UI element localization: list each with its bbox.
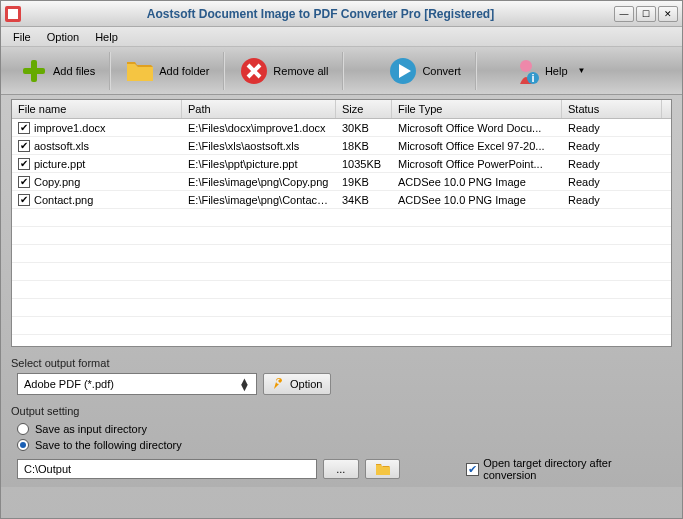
table-row-empty	[12, 263, 671, 281]
row-checkbox[interactable]: ✔	[18, 140, 30, 152]
table-row[interactable]: ✔Contact.pngE:\Files\image\png\Contact..…	[12, 191, 671, 209]
folder-icon	[125, 56, 155, 86]
file-grid: File name Path Size File Type Status ✔im…	[11, 99, 672, 347]
menu-file[interactable]: File	[5, 29, 39, 45]
row-checkbox[interactable]: ✔	[18, 158, 30, 170]
cell-filename: picture.ppt	[34, 158, 85, 170]
row-checkbox[interactable]: ✔	[18, 122, 30, 134]
close-button[interactable]: ✕	[658, 6, 678, 22]
table-row-empty	[12, 209, 671, 227]
plus-icon	[19, 56, 49, 86]
cell-filename: Copy.png	[34, 176, 80, 188]
grid-header: File name Path Size File Type Status	[12, 100, 671, 119]
titlebar: Aostsoft Document Image to PDF Converter…	[1, 1, 682, 27]
table-row-empty	[12, 299, 671, 317]
cell-filename: aostsoft.xls	[34, 140, 89, 152]
add-folder-button[interactable]: Add folder	[115, 52, 219, 90]
col-size[interactable]: Size	[336, 100, 392, 118]
help-label: Help	[545, 65, 568, 77]
grid-body: ✔improve1.docxE:\Files\docx\improve1.doc…	[12, 119, 671, 347]
folder-open-icon	[375, 462, 391, 476]
help-icon: i	[511, 56, 541, 86]
col-status[interactable]: Status	[562, 100, 662, 118]
radio-save-following[interactable]: Save to the following directory	[17, 439, 666, 451]
col-path[interactable]: Path	[182, 100, 336, 118]
cell-status: Ready	[562, 157, 662, 171]
toolbar: Add files Add folder Remove all Convert …	[1, 47, 682, 95]
window-controls: — ☐ ✕	[614, 6, 678, 22]
separator	[223, 52, 225, 90]
browse-button[interactable]: ...	[323, 459, 359, 479]
radio-icon	[17, 423, 29, 435]
table-row-empty	[12, 317, 671, 335]
radio-save-input[interactable]: Save as input directory	[17, 423, 666, 435]
app-window: Aostsoft Document Image to PDF Converter…	[0, 0, 683, 519]
play-icon	[388, 56, 418, 86]
svg-text:i: i	[531, 72, 534, 84]
table-row[interactable]: ✔Copy.pngE:\Files\image\png\Copy.png19KB…	[12, 173, 671, 191]
table-row[interactable]: ✔picture.pptE:\Files\ppt\picture.ppt1035…	[12, 155, 671, 173]
help-button[interactable]: i Help ▼	[501, 52, 596, 90]
open-target-label: Open target directory after conversion	[483, 457, 666, 481]
cell-status: Ready	[562, 139, 662, 153]
cell-size: 34KB	[336, 193, 392, 207]
format-select[interactable]: Adobe PDF (*.pdf) ▲▼	[17, 373, 257, 395]
menubar: File Option Help	[1, 27, 682, 47]
separator	[109, 52, 111, 90]
menu-help[interactable]: Help	[87, 29, 126, 45]
cell-filetype: ACDSee 10.0 PNG Image	[392, 193, 562, 207]
output-path-input[interactable]: C:\Output	[17, 459, 317, 479]
format-section: Select output format Adobe PDF (*.pdf) ▲…	[11, 357, 672, 395]
open-folder-button[interactable]	[365, 459, 401, 479]
table-row-empty	[12, 245, 671, 263]
add-files-button[interactable]: Add files	[9, 52, 105, 90]
convert-button[interactable]: Convert	[378, 52, 471, 90]
col-filename[interactable]: File name	[12, 100, 182, 118]
option-label: Option	[290, 378, 322, 390]
menu-option[interactable]: Option	[39, 29, 87, 45]
output-section: Output setting Save as input directory S…	[11, 405, 672, 483]
row-checkbox[interactable]: ✔	[18, 194, 30, 206]
add-files-label: Add files	[53, 65, 95, 77]
maximize-button[interactable]: ☐	[636, 6, 656, 22]
format-selected: Adobe PDF (*.pdf)	[24, 378, 114, 390]
cell-filetype: ACDSee 10.0 PNG Image	[392, 175, 562, 189]
minimize-button[interactable]: —	[614, 6, 634, 22]
cell-size: 19KB	[336, 175, 392, 189]
table-row-empty	[12, 227, 671, 245]
row-checkbox[interactable]: ✔	[18, 176, 30, 188]
cell-size: 1035KB	[336, 157, 392, 171]
table-row-empty	[12, 335, 671, 347]
cell-path: E:\Files\ppt\picture.ppt	[182, 157, 336, 171]
cell-filename: improve1.docx	[34, 122, 106, 134]
col-filetype[interactable]: File Type	[392, 100, 562, 118]
add-folder-label: Add folder	[159, 65, 209, 77]
window-title: Aostsoft Document Image to PDF Converter…	[27, 7, 614, 21]
cell-path: E:\Files\image\png\Copy.png	[182, 175, 336, 189]
cell-status: Ready	[562, 193, 662, 207]
remove-all-label: Remove all	[273, 65, 328, 77]
table-row[interactable]: ✔improve1.docxE:\Files\docx\improve1.doc…	[12, 119, 671, 137]
cell-size: 18KB	[336, 139, 392, 153]
stepper-arrows-icon: ▲▼	[239, 378, 250, 390]
cell-status: Ready	[562, 121, 662, 135]
wrench-icon	[272, 377, 286, 391]
remove-icon	[239, 56, 269, 86]
cell-filetype: Microsoft Office PowerPoint...	[392, 157, 562, 171]
output-legend: Output setting	[11, 405, 672, 417]
cell-filetype: Microsoft Office Word Docu...	[392, 121, 562, 135]
cell-status: Ready	[562, 175, 662, 189]
option-button[interactable]: Option	[263, 373, 331, 395]
cell-filetype: Microsoft Office Excel 97-20...	[392, 139, 562, 153]
table-row-empty	[12, 281, 671, 299]
radio-icon	[17, 439, 29, 451]
cell-path: E:\Files\xls\aostsoft.xls	[182, 139, 336, 153]
content-area: File name Path Size File Type Status ✔im…	[1, 95, 682, 487]
open-target-checkbox[interactable]: ✔ Open target directory after conversion	[466, 457, 666, 481]
table-row[interactable]: ✔aostsoft.xlsE:\Files\xls\aostsoft.xls18…	[12, 137, 671, 155]
svg-rect-3	[23, 68, 45, 74]
convert-label: Convert	[422, 65, 461, 77]
remove-all-button[interactable]: Remove all	[229, 52, 338, 90]
cell-path: E:\Files\image\png\Contact....	[182, 193, 336, 207]
cell-size: 30KB	[336, 121, 392, 135]
